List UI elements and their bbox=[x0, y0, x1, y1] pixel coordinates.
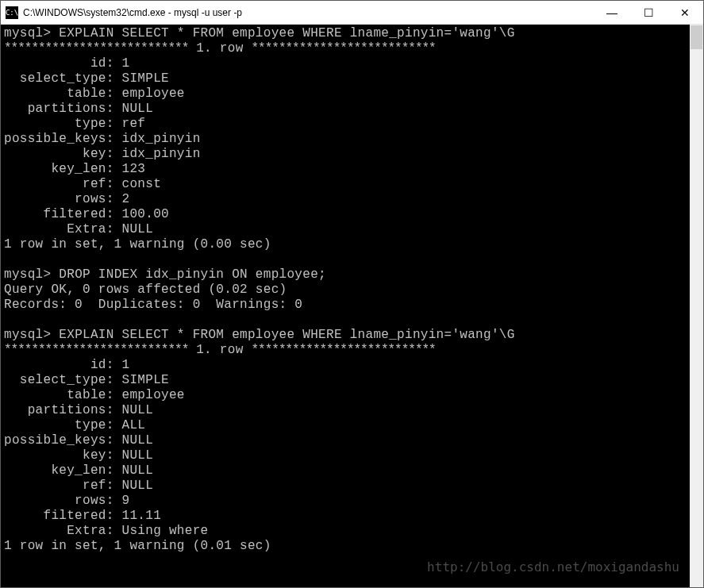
row-separator-right: *************************** bbox=[251, 41, 435, 56]
explain1-rows: 2 bbox=[122, 192, 130, 206]
maximize-button[interactable]: ☐ bbox=[630, 1, 667, 25]
query-3: EXPLAIN SELECT * FROM employee WHERE lna… bbox=[59, 328, 514, 342]
prompt: mysql> bbox=[4, 328, 51, 342]
explain1-key-len: 123 bbox=[122, 162, 146, 176]
row-separator-right: *************************** bbox=[251, 343, 435, 357]
explain1-table: employee bbox=[122, 86, 185, 101]
explain1-key: idx_pinyin bbox=[122, 147, 201, 161]
explain2-extra: Using where bbox=[122, 524, 209, 538]
result-2: 1 row in set, 1 warning (0.01 sec) bbox=[4, 539, 271, 553]
explain1-partitions: NULL bbox=[122, 102, 154, 116]
row-separator-left: *************************** bbox=[4, 343, 188, 357]
close-button[interactable]: ✕ bbox=[667, 1, 703, 25]
scrollbar[interactable] bbox=[690, 25, 703, 587]
explain1-type: ref bbox=[122, 117, 146, 131]
prompt: mysql> bbox=[4, 26, 51, 40]
terminal-area: mysql> EXPLAIN SELECT * FROM employee WH… bbox=[1, 25, 703, 587]
result-1: 1 row in set, 1 warning (0.00 sec) bbox=[4, 237, 271, 252]
row-header: 1. row bbox=[188, 343, 251, 357]
window-controls: — ☐ ✕ bbox=[594, 1, 703, 24]
explain2-partitions: NULL bbox=[122, 403, 154, 417]
scrollbar-thumb[interactable] bbox=[691, 25, 702, 49]
drop-result-1: Query OK, 0 rows affected (0.02 sec) bbox=[4, 282, 287, 297]
app-icon: C:\ bbox=[6, 6, 18, 19]
titlebar[interactable]: C:\ C:\WINDOWS\system32\cmd.exe - mysql … bbox=[1, 1, 703, 25]
explain2-type: ALL bbox=[122, 418, 146, 432]
window-title: C:\WINDOWS\system32\cmd.exe - mysql -u u… bbox=[23, 7, 594, 18]
query-1: EXPLAIN SELECT * FROM employee WHERE lna… bbox=[59, 26, 514, 40]
prompt: mysql> bbox=[4, 267, 51, 282]
terminal-output[interactable]: mysql> EXPLAIN SELECT * FROM employee WH… bbox=[1, 25, 690, 587]
explain2-key-len: NULL bbox=[122, 463, 154, 478]
explain1-extra: NULL bbox=[122, 222, 154, 236]
explain1-possible-keys: idx_pinyin bbox=[122, 132, 201, 146]
explain1-ref: const bbox=[122, 177, 162, 191]
explain2-ref: NULL bbox=[122, 478, 154, 493]
query-2: DROP INDEX idx_pinyin ON employee; bbox=[59, 267, 326, 282]
minimize-button[interactable]: — bbox=[594, 1, 630, 25]
explain1-filtered: 100.00 bbox=[122, 207, 169, 221]
explain1-select-type: SIMPLE bbox=[122, 71, 169, 86]
row-header: 1. row bbox=[188, 41, 251, 56]
explain2-select-type: SIMPLE bbox=[122, 373, 169, 387]
explain2-possible-keys: NULL bbox=[122, 433, 154, 448]
explain2-filtered: 11.11 bbox=[122, 509, 162, 523]
row-separator-left: *************************** bbox=[4, 41, 188, 56]
cmd-window: C:\ C:\WINDOWS\system32\cmd.exe - mysql … bbox=[0, 0, 704, 588]
explain2-table: employee bbox=[122, 388, 185, 402]
explain2-id: 1 bbox=[122, 358, 130, 372]
explain2-rows: 9 bbox=[122, 494, 130, 508]
explain2-key: NULL bbox=[122, 448, 154, 463]
drop-result-2: Records: 0 Duplicates: 0 Warnings: 0 bbox=[4, 298, 302, 312]
explain1-id: 1 bbox=[122, 56, 130, 71]
